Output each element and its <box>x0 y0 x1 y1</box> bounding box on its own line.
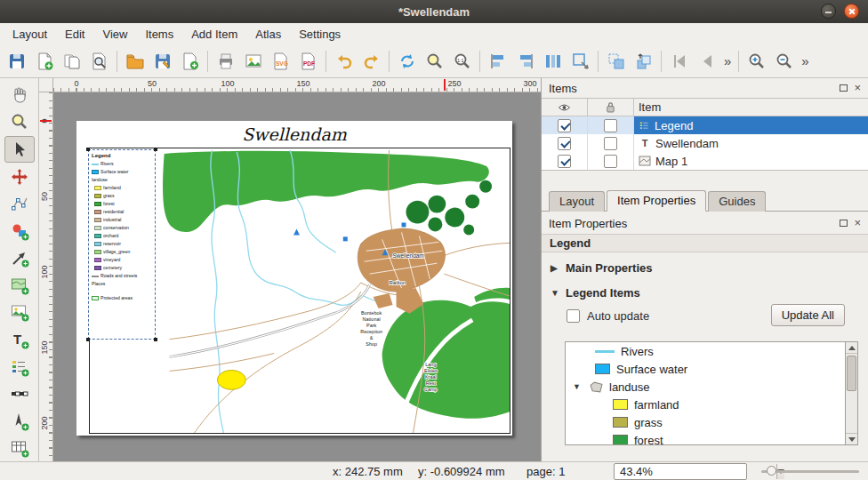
tab-layout[interactable]: Layout <box>549 191 605 212</box>
close-icon[interactable] <box>844 4 859 19</box>
lock-checkbox[interactable] <box>604 155 617 168</box>
tree-row-grass[interactable]: grass <box>566 413 845 431</box>
visibility-checkbox[interactable] <box>558 137 571 150</box>
add-legend-button[interactable] <box>4 354 35 380</box>
tree-row-surface-water[interactable]: Surface water <box>566 360 845 378</box>
save-as-button[interactable] <box>149 47 175 75</box>
add-table-button[interactable] <box>4 436 35 462</box>
selection-handle[interactable] <box>86 338 90 341</box>
auto-update-checkbox[interactable] <box>567 309 580 323</box>
update-all-button[interactable]: Update All <box>771 304 845 326</box>
pan-tool-button[interactable] <box>4 82 35 108</box>
tree-row-forest[interactable]: forest <box>566 431 845 445</box>
align-left-button[interactable] <box>485 47 510 75</box>
float-panel-icon[interactable] <box>840 220 848 227</box>
horizontal-ruler[interactable]: 0 50 100 150 200 250 300 <box>53 78 541 92</box>
select-move-item-button[interactable] <box>4 136 35 163</box>
item-row-map1[interactable]: Map 1 <box>542 152 868 170</box>
menu-edit[interactable]: Edit <box>65 28 84 41</box>
undo-button[interactable] <box>331 47 357 75</box>
lock-checkbox[interactable] <box>604 137 617 150</box>
item-row-legend[interactable]: Legend <box>542 116 868 134</box>
slider-handle[interactable] <box>767 466 776 476</box>
page-title-label-item[interactable]: Swellendam <box>76 124 512 144</box>
add-arrow-button[interactable] <box>4 244 35 271</box>
zoom-actual-button[interactable]: 1:1 <box>449 47 475 75</box>
tab-guides[interactable]: Guides <box>708 191 766 212</box>
export-svg-button[interactable]: SVG <box>268 47 293 75</box>
edit-nodes-item-button[interactable] <box>4 190 35 217</box>
minimize-icon[interactable] <box>821 4 836 19</box>
selection-handle[interactable] <box>154 338 157 341</box>
zoom-slider[interactable] <box>761 462 859 480</box>
item-row-swellendam-label[interactable]: TSwellendam <box>542 134 868 152</box>
toolbar-overflow-icon-2[interactable]: » <box>799 53 811 68</box>
legend-item-selected[interactable]: Legend Rivers Surface water landuse farm… <box>88 149 156 340</box>
add-label-button[interactable]: T <box>4 326 35 353</box>
visibility-checkbox[interactable] <box>558 155 571 168</box>
selection-handle[interactable] <box>86 148 90 151</box>
menu-layout[interactable]: Layout <box>12 28 47 41</box>
save-icon <box>7 52 27 71</box>
redo-button[interactable] <box>358 47 384 75</box>
expander-icon[interactable]: ▼ <box>573 382 583 391</box>
menu-items[interactable]: Items <box>145 28 173 41</box>
new-layout-button[interactable] <box>31 47 57 75</box>
group-items-button[interactable] <box>603 47 629 75</box>
menu-add-item[interactable]: Add Item <box>191 28 237 41</box>
zoom-out-button[interactable] <box>771 47 797 75</box>
tab-item-properties[interactable]: Item Properties <box>607 190 706 212</box>
atlas-first-button[interactable] <box>666 47 692 75</box>
qgis-layout-window: *Swellendam Layout Edit View Items Add I… <box>0 0 868 480</box>
refresh-view-button[interactable] <box>394 47 420 75</box>
zoom-level-combo[interactable] <box>614 463 747 480</box>
tree-row-rivers[interactable]: Rivers <box>566 342 845 360</box>
scroll-up-icon[interactable] <box>846 342 857 354</box>
zoom-in-button[interactable] <box>743 47 769 75</box>
print-button[interactable] <box>213 47 238 75</box>
tree-row-landuse[interactable]: ▼landuse <box>566 378 845 396</box>
close-panel-icon[interactable]: × <box>854 84 861 92</box>
add-north-arrow-button[interactable] <box>4 408 35 435</box>
distribute-button[interactable] <box>540 47 566 75</box>
atlas-previous-button[interactable] <box>694 47 719 75</box>
zoom-level-input[interactable] <box>615 465 776 478</box>
zoom-tool-button[interactable] <box>4 109 35 136</box>
layout-page[interactable]: Swellendam <box>76 121 512 436</box>
lock-checkbox[interactable] <box>604 119 617 132</box>
vertical-ruler[interactable]: 0 50 100 150 200 <box>39 92 53 461</box>
section-legend-items[interactable]: ▼ Legend Items <box>542 283 868 302</box>
tree-row-farmland[interactable]: farmland <box>566 396 845 413</box>
fill-swatch <box>595 364 610 374</box>
visibility-checkbox[interactable] <box>558 119 571 132</box>
layout-manager-button[interactable] <box>86 47 112 75</box>
open-folder-button[interactable] <box>122 47 148 75</box>
add-map-button[interactable] <box>4 272 35 299</box>
toolbar-overflow-icon[interactable]: » <box>721 53 734 68</box>
export-pdf-button[interactable]: PDF <box>295 47 321 75</box>
layout-canvas[interactable]: 0 50 100 150 200 250 300 0 50 100 150 20… <box>39 78 541 461</box>
add-pages-button[interactable] <box>177 47 203 75</box>
scrollbar-thumb[interactable] <box>847 356 856 391</box>
selection-handle[interactable] <box>154 148 157 151</box>
svg-text:Lang: Lang <box>425 362 436 367</box>
scroll-down-icon[interactable] <box>846 433 857 444</box>
menu-view[interactable]: View <box>102 28 127 41</box>
export-image-button[interactable] <box>240 47 266 75</box>
resize-button[interactable] <box>567 47 593 75</box>
add-shape-button[interactable] <box>4 218 35 244</box>
menu-atlas[interactable]: Atlas <box>255 28 281 41</box>
align-right-button[interactable] <box>512 47 538 75</box>
raise-items-button[interactable] <box>631 47 656 75</box>
menu-settings[interactable]: Settings <box>299 28 341 41</box>
zoom-full-button[interactable] <box>422 47 447 75</box>
move-item-content-button[interactable] <box>4 164 35 190</box>
tree-scrollbar[interactable] <box>846 341 858 445</box>
duplicate-layout-button[interactable] <box>59 47 84 75</box>
close-panel-icon[interactable]: × <box>854 219 861 228</box>
save-button[interactable] <box>4 47 29 75</box>
float-panel-icon[interactable] <box>840 84 848 92</box>
section-main-properties[interactable]: ▶ Main Properties <box>542 258 868 277</box>
add-picture-button[interactable] <box>4 300 35 326</box>
add-scalebar-button[interactable] <box>4 380 35 407</box>
